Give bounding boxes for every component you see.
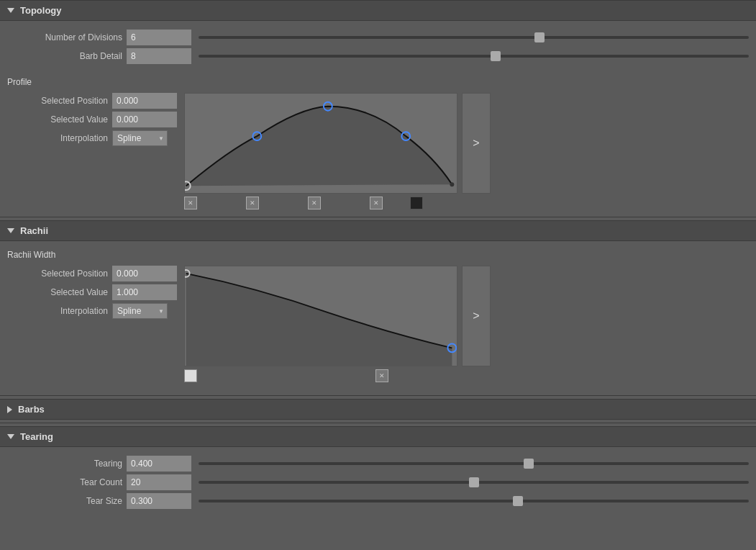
profile-nav-icon: > (473, 137, 479, 150)
rachii-nav-icon: > (473, 310, 479, 323)
rachii-curve-graph[interactable] (184, 266, 457, 366)
rachii-val-label: Selected Value (7, 287, 108, 297)
divisions-slider[interactable] (199, 36, 749, 39)
divisions-input[interactable] (127, 30, 191, 45)
profile-pos-label: Selected Position (7, 96, 108, 106)
tearsize-thumb[interactable] (513, 496, 523, 506)
rachii-title: Rachii (20, 225, 48, 236)
profile-val-label: Selected Value (7, 114, 108, 125)
rachii-keyframe-row: ✕ (184, 368, 457, 384)
divisions-row: Number of Divisions (0, 30, 756, 45)
profile-section: Profile Selected Position Selected Value… (0, 73, 756, 214)
tearsize-row: Tear Size (0, 493, 756, 509)
profile-interp-select[interactable]: Spline Linear Constant (112, 130, 168, 146)
rachii-val-row: Selected Value (7, 284, 177, 300)
rachii-interp-select[interactable]: Spline Linear Constant (112, 303, 168, 319)
divider-1 (0, 217, 756, 217)
tearing-collapse-icon[interactable] (7, 434, 14, 439)
tearing-thumb[interactable] (524, 459, 534, 469)
profile-fields: Selected Position Selected Value Interpo… (7, 93, 177, 146)
tearsize-input[interactable] (127, 493, 191, 509)
rachii-pos-input[interactable] (112, 266, 177, 281)
rachii-width-label: Rachii Width (0, 247, 756, 263)
barbdetail-slider[interactable] (199, 55, 749, 58)
profile-graph-container: ✕ ✕ ✕ ✕ (184, 93, 457, 211)
svg-point-5 (450, 182, 454, 186)
divider-2 (0, 395, 756, 396)
rachii-interp-label: Interpolation (7, 306, 108, 316)
profile-kf-4[interactable]: ✕ (370, 197, 383, 209)
profile-kf-5[interactable] (410, 197, 423, 209)
rachii-fields-graph: Selected Position Selected Value Interpo… (0, 263, 756, 387)
divider-3 (0, 423, 756, 423)
rachii-fields: Selected Position Selected Value Interpo… (7, 266, 177, 319)
profile-interp-label: Interpolation (7, 133, 108, 143)
tearcount-thumb[interactable] (469, 477, 479, 487)
rachii-collapse-icon[interactable] (7, 228, 14, 233)
barbdetail-input[interactable] (127, 48, 191, 64)
rachii-nav-button[interactable]: > (462, 266, 491, 366)
tearcount-row: Tear Count (0, 474, 756, 490)
profile-kf-3[interactable]: ✕ (308, 197, 321, 209)
tearing-input[interactable] (127, 456, 191, 472)
rachii-pos-label: Selected Position (7, 269, 108, 279)
profile-val-input[interactable] (112, 112, 177, 127)
rachii-val-input[interactable] (112, 284, 177, 300)
tearing-title: Tearing (20, 431, 53, 442)
profile-pos-input[interactable] (112, 93, 177, 109)
rachii-content: Rachii Width Selected Position Selected … (0, 241, 756, 392)
topology-title: Topology (20, 5, 62, 16)
divisions-label: Number of Divisions (7, 32, 122, 42)
profile-fields-graph: Selected Position Selected Value Interpo… (0, 90, 756, 214)
topology-content: Number of Divisions Barb Detail (0, 21, 756, 73)
divisions-thumb[interactable] (534, 32, 545, 42)
tearing-header[interactable]: Tearing (0, 426, 756, 447)
rachii-kf-2[interactable]: ✕ (375, 369, 388, 382)
profile-interp-row: Interpolation Spline Linear Constant (7, 130, 177, 146)
rachii-interp-row: Interpolation Spline Linear Constant (7, 303, 177, 319)
barbdetail-label: Barb Detail (7, 51, 122, 61)
tearcount-slider[interactable] (199, 481, 749, 484)
profile-pos-row: Selected Position (7, 93, 177, 109)
tearing-row: Tearing (0, 456, 756, 472)
profile-curve-svg (185, 94, 457, 193)
barbdetail-row: Barb Detail (0, 48, 756, 64)
profile-kf-1[interactable]: ✕ (184, 197, 197, 209)
barbs-expand-icon[interactable] (7, 406, 12, 413)
tearing-label: Tearing (7, 459, 122, 469)
profile-interp-wrapper: Spline Linear Constant (112, 130, 168, 146)
tearcount-label: Tear Count (7, 477, 122, 487)
rachii-interp-wrapper: Spline Linear Constant (112, 303, 168, 319)
barbdetail-thumb[interactable] (491, 51, 501, 61)
profile-val-row: Selected Value (7, 112, 177, 127)
barbs-title: Barbs (18, 404, 45, 415)
profile-kf-2[interactable]: ✕ (246, 197, 259, 209)
tearcount-input[interactable] (127, 474, 191, 490)
profile-curve-graph[interactable] (184, 93, 457, 194)
profile-keyframe-row: ✕ ✕ ✕ ✕ (184, 195, 457, 211)
rachii-pos-row: Selected Position (7, 266, 177, 281)
tearing-slider[interactable] (199, 462, 749, 465)
tearing-content: Tearing Tear Count Tear Size (0, 447, 756, 518)
barbs-header[interactable]: Barbs (0, 399, 756, 420)
tearsize-slider[interactable] (199, 500, 749, 502)
rachii-curve-svg (185, 266, 457, 366)
main-panel: Topology Number of Divisions Barb Detail… (0, 0, 756, 518)
rachii-header[interactable]: Rachii (0, 220, 756, 241)
topology-collapse-icon[interactable] (7, 8, 14, 13)
profile-label: Profile (0, 74, 756, 90)
rachii-graph-container: ✕ (184, 266, 457, 384)
rachii-kf-1[interactable] (184, 369, 197, 382)
topology-header[interactable]: Topology (0, 0, 756, 21)
tearsize-label: Tear Size (7, 496, 122, 506)
profile-nav-button[interactable]: > (462, 93, 491, 194)
